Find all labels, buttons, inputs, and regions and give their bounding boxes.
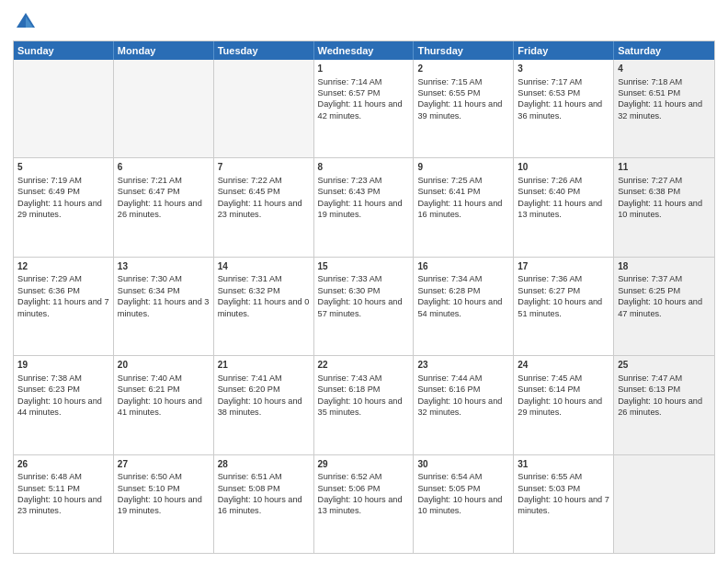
day-info-line: Sunrise: 7:30 AM (118, 273, 210, 284)
day-info-line: Sunrise: 7:36 AM (518, 273, 609, 284)
day-number: 29 (318, 458, 410, 471)
day-info-line: Sunrise: 7:22 AM (218, 175, 310, 186)
cal-cell-1-3: 8Sunrise: 7:23 AMSunset: 6:43 PMDaylight… (314, 158, 415, 256)
day-info-line: Sunset: 6:36 PM (17, 285, 109, 296)
day-info-line: Sunrise: 7:47 AM (618, 373, 711, 384)
calendar-row-0: 1Sunrise: 7:14 AMSunset: 6:57 PMDaylight… (14, 60, 714, 157)
cal-cell-3-4: 23Sunrise: 7:44 AMSunset: 6:16 PMDayligh… (414, 356, 514, 454)
day-info-line: Daylight: 10 hours and 29 minutes. (518, 396, 609, 419)
day-info-line: Daylight: 10 hours and 51 minutes. (518, 296, 609, 319)
day-number: 22 (318, 359, 410, 372)
day-info-line: Daylight: 11 hours and 3 minutes. (118, 296, 210, 319)
calendar-row-4: 26Sunrise: 6:48 AMSunset: 5:11 PMDayligh… (14, 454, 714, 553)
day-info-line: Daylight: 10 hours and 23 minutes. (17, 494, 109, 517)
cal-cell-0-1 (114, 60, 214, 157)
day-info-line: Sunrise: 7:25 AM (417, 175, 509, 186)
cal-cell-2-0: 12Sunrise: 7:29 AMSunset: 6:36 PMDayligh… (14, 258, 114, 355)
day-info-line: Sunrise: 7:44 AM (417, 373, 509, 384)
day-info-line: Sunrise: 7:38 AM (17, 373, 109, 384)
day-info-line: Sunrise: 7:40 AM (118, 373, 210, 384)
day-info-line: Sunset: 6:40 PM (518, 186, 609, 197)
header (13, 9, 715, 35)
day-info-line: Sunrise: 6:51 AM (218, 471, 310, 482)
day-number: 10 (518, 161, 609, 174)
day-info-line: Sunset: 6:16 PM (417, 384, 509, 395)
day-number: 25 (618, 359, 711, 372)
day-info-line: Daylight: 10 hours and 19 minutes. (118, 494, 210, 517)
day-info-line: Sunset: 6:51 PM (618, 87, 711, 98)
day-info-line: Daylight: 11 hours and 36 minutes. (518, 98, 609, 121)
day-info-line: Sunset: 6:14 PM (518, 384, 609, 395)
day-info-line: Sunset: 6:27 PM (518, 285, 609, 296)
day-info-line: Sunrise: 7:45 AM (518, 373, 609, 384)
day-number: 2 (417, 63, 509, 75)
cal-cell-3-2: 21Sunrise: 7:41 AMSunset: 6:20 PMDayligh… (214, 356, 314, 454)
logo-icon (13, 9, 39, 35)
day-info-line: Daylight: 11 hours and 42 minutes. (318, 98, 410, 121)
day-info-line: Sunset: 6:28 PM (417, 285, 509, 296)
day-info-line: Daylight: 11 hours and 23 minutes. (218, 198, 310, 221)
day-info-line: Sunrise: 7:14 AM (318, 76, 410, 87)
cal-cell-3-1: 20Sunrise: 7:40 AMSunset: 6:21 PMDayligh… (114, 356, 214, 454)
day-info-line: Sunset: 6:53 PM (518, 87, 609, 98)
day-info-line: Sunset: 6:38 PM (618, 186, 711, 197)
day-info-line: Sunrise: 7:34 AM (417, 273, 509, 284)
day-info-line: Daylight: 11 hours and 10 minutes. (618, 198, 711, 221)
day-info-line: Sunset: 5:06 PM (318, 483, 410, 494)
day-number: 6 (118, 161, 210, 174)
calendar-row-3: 19Sunrise: 7:38 AMSunset: 6:23 PMDayligh… (14, 355, 714, 454)
day-info-line: Sunset: 6:13 PM (618, 384, 711, 395)
day-number: 24 (518, 359, 609, 372)
day-info-line: Daylight: 11 hours and 32 minutes. (618, 98, 711, 121)
cal-cell-2-2: 14Sunrise: 7:31 AMSunset: 6:32 PMDayligh… (214, 258, 314, 355)
calendar-row-2: 12Sunrise: 7:29 AMSunset: 6:36 PMDayligh… (14, 257, 714, 355)
cal-cell-2-5: 17Sunrise: 7:36 AMSunset: 6:27 PMDayligh… (514, 258, 614, 355)
calendar-header: SundayMondayTuesdayWednesdayThursdayFrid… (14, 41, 714, 60)
day-number: 28 (218, 458, 310, 471)
header-cell-thursday: Thursday (414, 41, 514, 60)
day-info-line: Sunset: 6:55 PM (417, 87, 509, 98)
day-number: 7 (218, 161, 310, 174)
cal-cell-0-0 (14, 60, 114, 157)
day-info-line: Sunset: 5:10 PM (118, 483, 210, 494)
day-number: 1 (318, 63, 410, 75)
header-cell-wednesday: Wednesday (314, 41, 415, 60)
header-cell-saturday: Saturday (614, 41, 714, 60)
cal-cell-0-2 (214, 60, 314, 157)
day-info-line: Daylight: 10 hours and 44 minutes. (17, 396, 109, 419)
day-info-line: Sunset: 5:11 PM (17, 483, 109, 494)
calendar: SundayMondayTuesdayWednesdayThursdayFrid… (13, 40, 715, 554)
cal-cell-1-0: 5Sunrise: 7:19 AMSunset: 6:49 PMDaylight… (14, 158, 114, 256)
day-info-line: Sunrise: 7:21 AM (118, 175, 210, 186)
day-number: 13 (118, 260, 210, 273)
calendar-body: 1Sunrise: 7:14 AMSunset: 6:57 PMDaylight… (14, 60, 714, 553)
day-info-line: Daylight: 11 hours and 29 minutes. (17, 198, 109, 221)
day-info-line: Daylight: 11 hours and 26 minutes. (118, 198, 210, 221)
calendar-row-1: 5Sunrise: 7:19 AMSunset: 6:49 PMDaylight… (14, 157, 714, 256)
day-info-line: Sunset: 6:34 PM (118, 285, 210, 296)
cal-cell-3-5: 24Sunrise: 7:45 AMSunset: 6:14 PMDayligh… (514, 356, 614, 454)
day-info-line: Daylight: 10 hours and 57 minutes. (318, 296, 410, 319)
day-info-line: Daylight: 10 hours and 13 minutes. (318, 494, 410, 517)
day-info-line: Sunset: 6:23 PM (17, 384, 109, 395)
day-info-line: Sunset: 6:49 PM (17, 186, 109, 197)
header-cell-sunday: Sunday (14, 41, 114, 60)
cal-cell-2-1: 13Sunrise: 7:30 AMSunset: 6:34 PMDayligh… (114, 258, 214, 355)
day-info-line: Sunrise: 7:23 AM (318, 175, 410, 186)
day-number: 26 (17, 458, 109, 471)
cal-cell-2-6: 18Sunrise: 7:37 AMSunset: 6:25 PMDayligh… (614, 258, 714, 355)
day-number: 16 (417, 260, 509, 273)
day-info-line: Sunset: 5:08 PM (218, 483, 310, 494)
day-info-line: Daylight: 11 hours and 7 minutes. (17, 296, 109, 319)
day-info-line: Sunset: 6:32 PM (218, 285, 310, 296)
day-info-line: Sunset: 6:21 PM (118, 384, 210, 395)
day-number: 20 (118, 359, 210, 372)
cal-cell-0-3: 1Sunrise: 7:14 AMSunset: 6:57 PMDaylight… (314, 60, 415, 157)
cal-cell-1-6: 11Sunrise: 7:27 AMSunset: 6:38 PMDayligh… (614, 158, 714, 256)
cal-cell-0-5: 3Sunrise: 7:17 AMSunset: 6:53 PMDaylight… (514, 60, 614, 157)
day-number: 8 (318, 161, 410, 174)
day-info-line: Sunset: 6:43 PM (318, 186, 410, 197)
day-info-line: Sunset: 6:41 PM (417, 186, 509, 197)
day-info-line: Sunrise: 7:43 AM (318, 373, 410, 384)
day-info-line: Sunrise: 7:33 AM (318, 273, 410, 284)
